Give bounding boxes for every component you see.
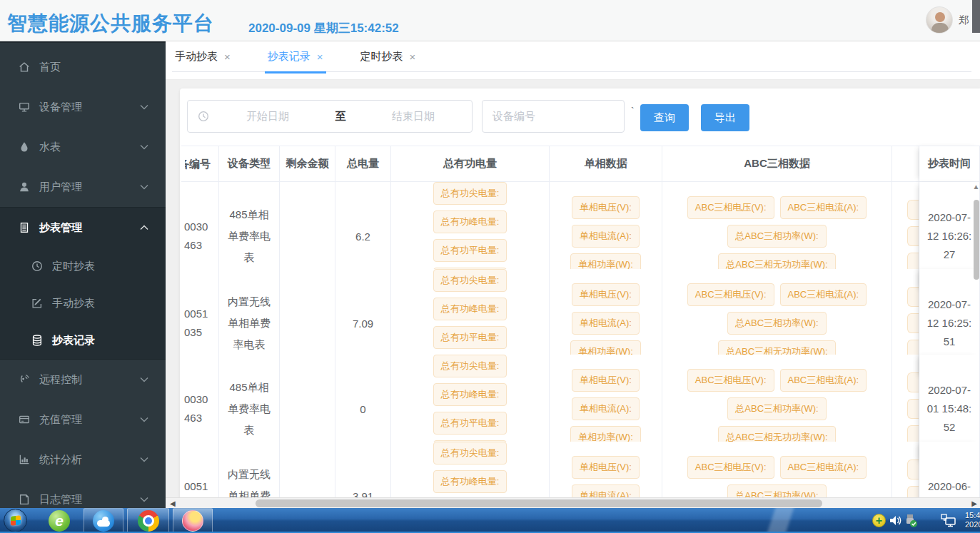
phase-tag: 单相电压(V): (572, 456, 640, 479)
table-row: 0030463 485单相单费率电表 6.2 总有功尖电量: 总有功峰电量: 总… (181, 182, 980, 269)
content-card: 开始日期 至 结束日期 设备编号 ` 查询 导出 设备编号 设备类型 剩余金额 … (180, 88, 980, 533)
clipped-tag-fragment (907, 313, 919, 333)
app-title: 智慧能源公共服务平台 (7, 10, 214, 37)
sidebar-item-statistics[interactable]: 统计分析 (0, 440, 166, 479)
clipped-tag-fragment (907, 460, 919, 479)
abc-tag: ABC三相电流(A): (780, 369, 867, 392)
sidebar-item-label: 定时抄表 (52, 260, 95, 273)
abc-tag: 总ABC三相功率(W): (727, 312, 826, 335)
close-icon[interactable]: × (410, 51, 416, 63)
phase-tag: 单相电压(V): (572, 369, 640, 392)
clipped-tag-fragment (907, 226, 919, 246)
speaker-icon[interactable] (889, 514, 902, 527)
energy-tag: 总有功尖电量: (433, 442, 507, 465)
sidebar-item-remote-control[interactable]: 远程控制 (0, 360, 166, 400)
user-menu[interactable]: 郑 (926, 6, 974, 34)
avatar-torso (931, 23, 949, 33)
photo-app-taskbar-button[interactable] (173, 508, 213, 533)
scroll-up-arrow[interactable]: ▲ (972, 183, 980, 191)
sidebar-item-meter-mgmt[interactable]: 抄表管理 (0, 208, 166, 248)
export-button[interactable]: 导出 (701, 104, 749, 131)
network-icon[interactable] (941, 514, 956, 527)
windows-logo-icon (11, 515, 21, 525)
col-single-phase: 单相数据 (550, 146, 662, 182)
phase-tag: 单相电流(A): (572, 225, 640, 248)
sidebar: 首页 设备管理 水表 用户管理 抄表管理 (0, 41, 166, 508)
usb-device-icon[interactable] (904, 514, 918, 528)
monitor-icon (18, 101, 31, 113)
tab-label: 定时抄表 (360, 50, 403, 64)
sidebar-item-device-mgmt[interactable]: 设备管理 (0, 87, 166, 127)
content-area: 开始日期 至 结束日期 设备编号 ` 查询 导出 设备编号 设备类型 剩余金额 … (166, 80, 980, 533)
energy-tag: 总有功尖电量: (433, 269, 507, 292)
edit-icon (31, 297, 44, 310)
green-e-browser-icon[interactable]: e (49, 510, 70, 532)
table-row: 0051035 内置无线单相单费率电表 7.09 总有功尖电量: 总有功峰电量:… (181, 269, 980, 355)
sidebar-item-label: 设备管理 (39, 101, 82, 114)
col-balance: 剩余金额 (280, 146, 335, 182)
clock-time: 15:42 (965, 511, 980, 520)
sidebar-item-recharge-mgmt[interactable]: 充值管理 (0, 400, 166, 440)
tab-timed-reading[interactable]: 定时抄表 × (358, 41, 419, 72)
chrome-taskbar-button[interactable] (127, 508, 169, 533)
remote-signal-icon (18, 373, 31, 386)
stray-mark: ` (631, 106, 635, 117)
safety-plus-icon[interactable]: + (872, 514, 886, 527)
avatar[interactable] (926, 6, 953, 34)
sidebar-item-label: 抄表管理 (39, 221, 82, 235)
sidebar-item-label: 抄表记录 (52, 334, 95, 347)
home-icon (18, 61, 31, 73)
tab-label: 抄表记录 (268, 50, 310, 64)
card-icon (18, 413, 31, 426)
avatar-face (935, 12, 945, 22)
energy-tag: 总有功平电量: (433, 412, 507, 435)
sidebar-item-reading-records[interactable]: 抄表记录 (0, 322, 166, 359)
end-date-input[interactable]: 结束日期 (355, 110, 472, 123)
energy-tag: 总有功尖电量: (433, 182, 507, 205)
abc-tag: ABC三相电流(A): (780, 456, 867, 479)
horizontal-scrollbar[interactable]: ◀ ▶ (166, 497, 980, 508)
qq-browser-taskbar-button[interactable] (84, 508, 123, 533)
chevron-down-icon (140, 184, 148, 190)
device-no-input[interactable]: 设备编号 (482, 100, 625, 133)
abc-tag: ABC三相电流(A): (780, 196, 867, 219)
scroll-left-arrow[interactable]: ◀ (170, 499, 176, 508)
chevron-down-icon (140, 457, 148, 462)
sidebar-item-home[interactable]: 首页 (0, 47, 166, 87)
clipped-tag-fragment (907, 399, 919, 419)
col-clipped (892, 146, 919, 182)
col-abc-phase: ABC三相数据 (662, 146, 892, 182)
query-button[interactable]: 查询 (640, 104, 689, 131)
date-range-picker[interactable]: 开始日期 至 结束日期 (187, 100, 473, 133)
sidebar-item-user-mgmt[interactable]: 用户管理 (0, 167, 166, 207)
tab-reading-records[interactable]: 抄表记录 × (265, 41, 326, 72)
sidebar-item-label: 用户管理 (39, 181, 82, 194)
chevron-down-icon (140, 377, 148, 382)
scroll-right-arrow[interactable]: ▶ (971, 499, 977, 508)
windows-start-button[interactable] (4, 509, 27, 532)
vertical-scrollbar-thumb[interactable] (974, 200, 979, 280)
phase-tag: 单相电压(V): (572, 283, 640, 306)
range-separator: 至 (326, 110, 355, 123)
col-read-time: 抄表时间 (919, 146, 980, 182)
meter-icon (18, 221, 31, 234)
browser-scrollbar-cap[interactable] (972, 0, 980, 33)
sidebar-item-water-meter[interactable]: 水表 (0, 127, 166, 167)
sidebar-item-timed-reading[interactable]: 定时抄表 (0, 248, 166, 285)
screen: 智慧能源公共服务平台 2020-09-09 星期三15:42:52 郑 首页 设… (0, 0, 980, 533)
records-table: 设备编号 设备类型 剩余金额 总电量 总有功电量 单相数据 ABC三相数据 抄表… (181, 146, 980, 529)
abc-tag: ABC三相电压(V): (687, 196, 774, 219)
document-icon (18, 493, 31, 506)
sidebar-item-label: 日志管理 (39, 493, 82, 507)
abc-tag: ABC三相电压(V): (687, 283, 774, 306)
taskbar-clock[interactable]: 15:42 2020/9/9 (965, 511, 980, 529)
abc-tag: 总ABC三相功率(W): (727, 397, 826, 420)
header-datetime: 2020-09-09 星期三15:42:52 (248, 20, 399, 36)
tab-manual-reading[interactable]: 手动抄表 × (172, 41, 233, 72)
close-icon[interactable]: × (224, 51, 231, 63)
sidebar-item-manual-reading[interactable]: 手动抄表 (0, 285, 166, 322)
close-icon[interactable]: × (317, 51, 323, 63)
qq-browser-icon (93, 510, 114, 532)
start-date-input[interactable]: 开始日期 (209, 110, 326, 123)
horizontal-scrollbar-thumb[interactable] (256, 499, 822, 507)
